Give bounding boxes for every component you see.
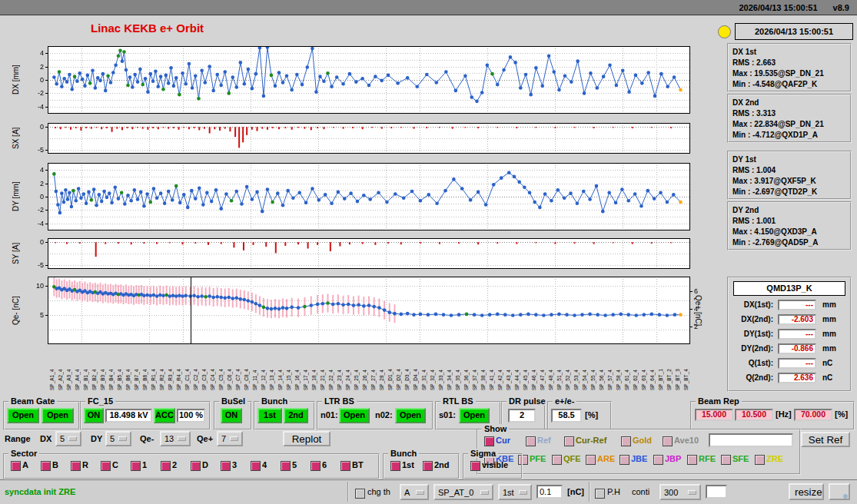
range-dx-select[interactable]: 5 <box>55 431 81 446</box>
show-ref-checkbox[interactable] <box>526 436 536 446</box>
bpm-select-value: SP_AT_0 <box>438 488 473 497</box>
resize-button[interactable]: resize <box>789 483 824 500</box>
sector-select[interactable]: A <box>400 484 429 500</box>
selected-bpm-name[interactable]: QMD13P_K <box>733 281 845 296</box>
stats-rms: RMS : 2.663 <box>732 58 850 68</box>
show-zre-checkbox[interactable] <box>755 455 765 465</box>
ltr-n01-open-button[interactable]: Open <box>339 408 370 423</box>
bpm-tick-label: SP_B3_4 <box>98 347 107 390</box>
conti-button[interactable]: conti <box>632 487 649 496</box>
sector-1-label[interactable]: 1 <box>142 460 147 469</box>
sector-4-label[interactable]: 4 <box>262 460 267 469</box>
sector-b-label[interactable]: B <box>52 460 58 469</box>
bunch-select-dropdown[interactable]: 1st <box>498 484 532 500</box>
show-cur-ref-label[interactable]: Cur-Ref <box>576 436 606 445</box>
fc15-percent-value: 100 % <box>177 409 205 423</box>
bunch-1st-checkbox[interactable] <box>390 461 400 471</box>
show-ave10-checkbox[interactable] <box>663 436 673 446</box>
show-cur-ref-checkbox[interactable] <box>564 436 574 446</box>
bpm-select[interactable]: SP_AT_0 <box>433 484 493 500</box>
sector-2-checkbox[interactable] <box>161 461 171 471</box>
sector-4-checkbox[interactable] <box>251 461 261 471</box>
show-sfe-checkbox[interactable] <box>721 455 731 465</box>
sector-6-label[interactable]: 6 <box>322 460 327 469</box>
show-ref-label[interactable]: Ref <box>537 436 551 445</box>
bunch-2nd-checkbox[interactable] <box>423 461 433 471</box>
sector-3-checkbox[interactable] <box>221 461 231 471</box>
ph-label[interactable]: P.H <box>607 487 620 496</box>
replot-button[interactable]: Replot <box>283 431 331 446</box>
sector-1-checkbox[interactable] <box>131 461 141 471</box>
show-cur-checkbox[interactable] <box>484 436 494 446</box>
show-jbp-checkbox[interactable] <box>653 455 663 465</box>
show-qfe-checkbox[interactable] <box>552 455 562 465</box>
show-jbe-checkbox[interactable] <box>619 455 629 465</box>
sector-5-checkbox[interactable] <box>281 461 291 471</box>
show-qfe-label[interactable]: QFE <box>563 454 581 463</box>
show-cur-label[interactable]: Cur <box>496 436 510 445</box>
sector-d-checkbox[interactable] <box>191 461 201 471</box>
show-ave10-label[interactable]: Ave10 <box>674 436 699 445</box>
sector-2-label[interactable]: 2 <box>172 460 177 469</box>
sector-r-checkbox[interactable] <box>71 461 81 471</box>
charge-plot[interactable] <box>26 277 718 344</box>
interval-select[interactable]: 300 <box>659 484 701 500</box>
bpm-tick-label: SP_B8_4 <box>141 347 149 390</box>
beam-gate-open-1-button[interactable]: Open <box>7 408 39 423</box>
sector-bt-checkbox[interactable] <box>340 461 350 471</box>
show-rfe-label[interactable]: RFE <box>699 454 716 463</box>
dy-orbit-plot[interactable] <box>26 163 718 230</box>
show-gold-checkbox[interactable] <box>621 436 631 446</box>
snapshot-button[interactable] <box>829 483 850 500</box>
dx-orbit-plot[interactable] <box>26 46 718 114</box>
sector-5-label[interactable]: 5 <box>292 460 297 469</box>
sector-a-checkbox[interactable] <box>11 461 21 471</box>
fc15-acc-button[interactable]: ACC <box>154 408 175 423</box>
show-are-checkbox[interactable] <box>586 455 596 465</box>
range-qe-minus-select[interactable]: 13 <box>160 431 191 446</box>
rtl-s01-open-button[interactable]: Open <box>459 408 490 423</box>
show-are-label[interactable]: ARE <box>597 454 615 463</box>
sigma-visible-label[interactable]: visible <box>482 460 508 469</box>
sigma-visible-checkbox[interactable] <box>470 461 480 471</box>
fc15-on-button[interactable]: ON <box>84 408 104 423</box>
set-ref-button[interactable]: Set Ref <box>801 432 850 447</box>
range-dy-select[interactable]: 5 <box>105 431 131 446</box>
threshold-input[interactable] <box>536 485 563 499</box>
count-input[interactable] <box>706 485 727 499</box>
busel-on-button[interactable]: ON <box>221 408 242 423</box>
sector-d-label[interactable]: D <box>202 460 208 469</box>
bpm-row-unit: nC <box>822 359 832 367</box>
bunch-2nd-label[interactable]: 2nd <box>434 460 450 469</box>
show-pfe-label[interactable]: PFE <box>530 454 546 463</box>
chg-th-checkbox[interactable] <box>355 489 365 499</box>
chg-th-label[interactable]: chg th <box>367 487 390 496</box>
ref-name-input[interactable] <box>709 433 793 447</box>
bunch-1st-label[interactable]: 1st <box>402 460 414 469</box>
show-jbe-label: JBE <box>631 454 647 463</box>
sector-a-label[interactable]: A <box>22 460 28 469</box>
show-sfe-label[interactable]: SFE <box>732 454 749 463</box>
show-gold-label[interactable]: Gold <box>633 436 652 445</box>
bpm-row-label: Q(2nd): <box>729 373 773 382</box>
sector-b-checkbox[interactable] <box>41 461 51 471</box>
beam-gate-open-2-button[interactable]: Open <box>42 408 74 423</box>
sector-6-checkbox[interactable] <box>311 461 321 471</box>
bunch-select-group: Bunch 1st 2nd <box>254 401 315 430</box>
option-menu-dash-icon <box>230 436 238 441</box>
sector-c-label[interactable]: C <box>112 460 118 469</box>
ph-checkbox[interactable] <box>595 489 605 499</box>
sector-r-label[interactable]: R <box>82 460 88 469</box>
sx-steering-plot[interactable] <box>26 123 718 154</box>
show-zre-label[interactable]: ZRE <box>766 454 783 463</box>
bunch-1st-button[interactable]: 1st <box>257 408 282 423</box>
sector-3-label[interactable]: 3 <box>232 460 237 469</box>
sector-c-checkbox[interactable] <box>101 461 111 471</box>
sy-steering-plot[interactable] <box>26 238 718 269</box>
show-jbp-label[interactable]: JBP <box>665 454 681 463</box>
sector-bt-label[interactable]: BT <box>352 460 364 469</box>
show-rfe-checkbox[interactable] <box>687 455 697 465</box>
bunch-2nd-button[interactable]: 2nd <box>284 408 308 423</box>
range-qe-plus-select[interactable]: 7 <box>217 431 243 446</box>
ltr-n02-open-button[interactable]: Open <box>395 408 426 423</box>
